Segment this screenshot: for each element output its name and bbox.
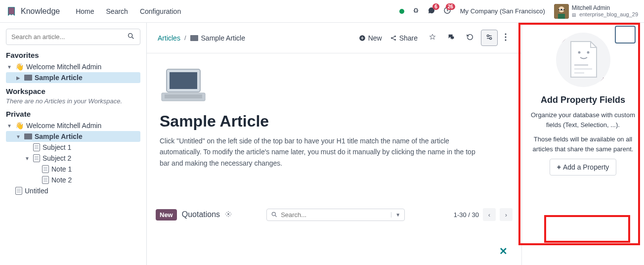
search-input-wrapper[interactable] [6,29,140,45]
svg-point-13 [490,38,492,40]
user-name: Mitchell Admin [572,4,638,11]
tree-item-subject2[interactable]: ▼ Subject 2 [6,153,140,164]
svg-rect-27 [574,72,584,74]
svg-rect-6 [558,14,565,19]
breadcrumb-separator: / [184,34,186,42]
tree-item-welcome-priv[interactable]: ▼ 👋 Welcome Mitchell Admin [6,120,140,131]
svg-rect-18 [170,72,197,89]
search-dropdown-icon[interactable]: ▼ [391,212,400,218]
svg-point-7 [129,34,132,38]
user-avatar[interactable] [554,4,569,19]
caret-down-icon[interactable]: ▼ [24,156,31,161]
tree-item-note2[interactable]: Note 2 [6,175,140,185]
app-logo-icon[interactable] [6,6,17,17]
caret-down-icon[interactable]: ▼ [6,64,13,70]
tree-item-note1[interactable]: Note 1 [6,164,140,175]
nav-search[interactable]: Search [100,3,134,19]
svg-point-22 [272,213,275,216]
app-name[interactable]: Knowledge [21,7,60,16]
share-button[interactable]: Share [386,31,422,45]
svg-rect-25 [574,64,588,66]
laptop-icon [190,35,198,41]
breadcrumb-current: Sample Article [201,34,245,42]
svg-point-21 [227,213,229,215]
svg-point-4 [559,8,560,10]
document-icon [15,187,22,195]
document-icon [42,176,49,184]
breadcrumb-root[interactable]: Articles [158,34,180,42]
messaging-badge: 6 [432,3,439,10]
company-selector[interactable]: My Company (San Francisco) [460,7,545,15]
status-indicator-icon [399,9,404,14]
workspace-empty: There are no Articles in your Workspace. [6,97,140,105]
panel-title: Add Property Fields [541,95,625,105]
panel-description-2: Those fields will be available on all ar… [529,134,637,154]
laptop-icon [24,133,32,139]
article-title[interactable]: Sample Article [160,112,509,131]
wave-icon: 👋 [15,63,24,71]
caret-down-icon[interactable]: ▼ [6,123,13,129]
svg-point-5 [562,8,563,10]
document-icon [33,154,40,162]
activity-badge: 26 [446,3,455,10]
plus-icon: + [557,163,561,171]
user-menu[interactable]: Mitchell Admin ▤ enterprise_blog_aug_29 [572,4,638,18]
section-workspace: Workspace [6,87,140,95]
svg-rect-20 [165,94,202,98]
user-database: ▤ enterprise_blog_aug_29 [572,11,638,18]
caret-right-icon[interactable]: ▶ [15,75,22,81]
view-search-wrapper[interactable]: ▼ [266,209,405,221]
search-icon[interactable] [127,32,135,42]
view-search-input[interactable] [281,211,391,219]
tree-item-subject1[interactable]: Subject 1 [6,142,140,153]
close-icon[interactable]: ✕ [499,245,508,257]
section-private: Private [6,110,140,118]
caret-down-icon[interactable]: ▼ [15,134,22,139]
history-icon[interactable] [462,30,478,45]
new-record-button[interactable]: New [156,209,177,221]
view-title: Quotations [182,210,220,219]
article-body[interactable]: Click "Untitled" on the left side of the… [160,135,476,169]
tree-item-untitled[interactable]: Untitled [6,185,140,196]
bug-icon[interactable] [412,7,420,16]
svg-point-24 [587,51,589,54]
pager-next-button[interactable]: › [500,208,513,221]
tree-item-sample-fav[interactable]: ▶ Sample Article [6,72,140,83]
activity-icon[interactable]: 26 [443,6,451,16]
laptop-icon [24,75,32,81]
tree-item-sample-priv[interactable]: ▼ Sample Article [6,131,140,142]
messaging-icon[interactable]: 6 [428,6,435,16]
wave-icon: 👋 [15,122,24,130]
section-favorites: Favorites [6,51,140,59]
new-button[interactable]: New [355,31,386,45]
favorite-star-icon[interactable] [425,30,440,45]
document-icon [33,143,40,151]
more-menu-icon[interactable] [501,30,511,45]
svg-point-15 [505,37,507,38]
add-property-button[interactable]: + Add a Property [550,159,617,176]
pager-label[interactable]: 1-30 / 30 [454,211,479,219]
panel-description-1: Organize your database with custom field… [529,110,637,130]
nav-configuration[interactable]: Configuration [134,3,187,19]
pager-prev-button[interactable]: ‹ [483,208,496,221]
nav-home[interactable]: Home [70,3,100,19]
tree-item-welcome-fav[interactable]: ▼ 👋 Welcome Mitchell Admin [6,61,140,72]
view-settings-icon[interactable] [225,211,232,219]
svg-point-12 [487,35,489,37]
search-input[interactable] [11,33,127,41]
document-icon [42,165,49,173]
properties-gear-icon[interactable] [481,30,498,46]
svg-point-23 [578,51,580,54]
panel-illustration-icon [556,33,610,87]
article-cover-icon [160,66,509,105]
svg-point-16 [505,40,507,41]
svg-point-14 [505,34,507,35]
svg-rect-26 [574,68,592,70]
comments-icon[interactable] [443,30,459,45]
